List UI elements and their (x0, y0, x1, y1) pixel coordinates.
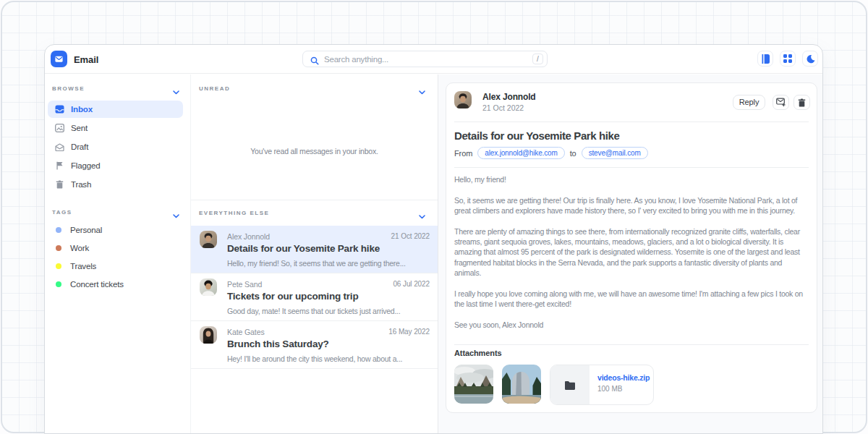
inbox-icon (55, 105, 64, 114)
tag-dot-travels (56, 263, 61, 269)
book-icon (761, 54, 770, 64)
email-date: 06 Jul 2022 (393, 280, 430, 288)
email-app-window: Email Search anything... / BROWSE (44, 44, 823, 434)
tag-personal[interactable]: Personal (48, 221, 183, 239)
search-icon (310, 55, 319, 68)
browse-collapse-chevron-icon[interactable] (173, 85, 179, 98)
tag-dot-work (56, 245, 61, 251)
everything-else-label: EVERYTHING ELSE (199, 210, 269, 216)
email-body: Hello, my friend! So, it seems we are ge… (454, 174, 808, 330)
search-shortcut-badge: / (532, 54, 543, 64)
app-logo (51, 51, 67, 67)
email-sender: Pete Sand (227, 280, 262, 289)
attachments-label: Attachments (454, 349, 502, 357)
email-sender: Alex Jonnold (227, 232, 270, 241)
folder-nav: Inbox Sent Draft (48, 101, 183, 195)
attachment-photo-valley[interactable] (454, 365, 493, 404)
detail-sender-name: Alex Jonnold (482, 92, 536, 102)
unread-collapse-chevron-icon[interactable] (419, 85, 425, 98)
tag-concert-tickets[interactable]: Concert tickets (48, 276, 183, 293)
to-email-chip[interactable]: steve@mail.com (582, 147, 648, 159)
grid-icon (783, 54, 792, 63)
tag-work[interactable]: Work (48, 239, 183, 257)
sent-icon (55, 124, 64, 132)
app-title: Email (74, 54, 98, 65)
avatar-alex (200, 231, 217, 248)
email-date: 21 Oct 2022 (391, 232, 430, 240)
tags-list: Personal Work Travels Concert tickets (48, 221, 183, 294)
email-detail-column: Alex Jonnold 21 Oct 2022 Reply Details f… (438, 75, 822, 433)
attachment-file-card[interactable]: videos-hike.zip 100 MB (550, 365, 654, 405)
file-name: videos-hike.zip (597, 373, 650, 382)
forward-button[interactable] (773, 95, 789, 110)
search-placeholder: Search anything... (324, 51, 388, 67)
dark-mode-button[interactable] (802, 51, 818, 67)
draft-icon (55, 143, 64, 151)
unread-empty-message: You've read all messages in your inbox. (191, 147, 438, 156)
unread-section-label: UNREAD (199, 85, 230, 92)
divider (454, 122, 809, 122)
trash-icon (798, 98, 806, 107)
email-subject: Details for our Yosemite Park hike (227, 243, 380, 254)
from-label: From (454, 149, 472, 158)
reply-button[interactable]: Reply (733, 95, 765, 110)
sidebar-item-trash[interactable]: Trash (48, 176, 183, 193)
everything-else-collapse-chevron-icon[interactable] (419, 209, 425, 222)
email-preview: Hey! I'll be around the city this weeken… (227, 354, 402, 363)
divider (454, 167, 809, 168)
tag-dot-personal (56, 227, 61, 233)
moon-icon (806, 54, 815, 64)
email-preview: Good day, mate! It seems that our ticket… (227, 307, 400, 315)
email-date: 16 May 2022 (388, 328, 430, 336)
detail-subject: Details for our Yosemite Park hike (454, 129, 619, 142)
to-label: to (570, 149, 576, 158)
divider (454, 344, 809, 345)
folder-icon (564, 380, 576, 390)
email-list-item-kate[interactable]: Kate Gates 16 May 2022 Brunch this Satur… (191, 321, 438, 369)
attachment-photo-half-dome[interactable] (502, 365, 541, 404)
everything-else-header: EVERYTHING ELSE (191, 200, 438, 226)
tags-collapse-chevron-icon[interactable] (173, 208, 179, 221)
delete-button[interactable] (793, 95, 810, 110)
avatar-kate (200, 326, 217, 344)
apps-grid-button[interactable] (780, 51, 796, 67)
email-detail-card: Alex Jonnold 21 Oct 2022 Reply Details f… (446, 82, 817, 413)
library-button[interactable] (757, 51, 773, 67)
flag-icon (55, 161, 64, 170)
detail-from-row: From alex.jonnold@hike.com to steve@mail… (454, 147, 648, 159)
from-email-chip[interactable]: alex.jonnold@hike.com (477, 147, 564, 159)
file-info: videos-hike.zip 100 MB (590, 365, 650, 404)
attachments-row: videos-hike.zip 100 MB (454, 365, 654, 405)
sidebar-item-draft[interactable]: Draft (48, 138, 183, 156)
sidebar-item-inbox[interactable]: Inbox (48, 101, 183, 118)
sidebar-item-sent[interactable]: Sent (48, 119, 183, 137)
message-list-column: UNREAD You've read all messages in your … (191, 75, 438, 433)
email-preview: Hello, my friend! So, it seems that we a… (227, 259, 406, 268)
trash-icon (55, 180, 64, 189)
detail-date: 21 Oct 2022 (482, 103, 524, 112)
email-subject: Brunch this Saturday? (227, 339, 329, 349)
email-list-item-alex[interactable]: Alex Jonnold 21 Oct 2022 Details for our… (191, 226, 438, 273)
browse-section-label: BROWSE (52, 85, 85, 92)
email-subject: Tickets for our upcoming trip (227, 291, 358, 302)
tag-dot-concert-tickets (56, 281, 61, 287)
tag-travels[interactable]: Travels (48, 258, 183, 275)
envelope-logo-icon (54, 54, 64, 64)
file-icon-area (550, 365, 590, 404)
email-list: Alex Jonnold 21 Oct 2022 Details for our… (191, 226, 438, 369)
sidebar-item-flagged[interactable]: Flagged (48, 157, 183, 174)
tags-section-label: TAGS (52, 209, 72, 216)
sidebar: BROWSE Inbox Sent (45, 75, 191, 433)
app-header: Email Search anything... / (45, 45, 822, 74)
email-sender: Kate Gates (227, 328, 265, 336)
file-size: 100 MB (597, 385, 650, 393)
detail-avatar-alex (454, 91, 472, 109)
envelope-plus-icon (776, 98, 786, 107)
email-list-item-pete[interactable]: Pete Sand 06 Jul 2022 Tickets for our up… (191, 273, 438, 321)
avatar-pete (200, 278, 217, 296)
search-input[interactable]: Search anything... / (302, 51, 548, 67)
